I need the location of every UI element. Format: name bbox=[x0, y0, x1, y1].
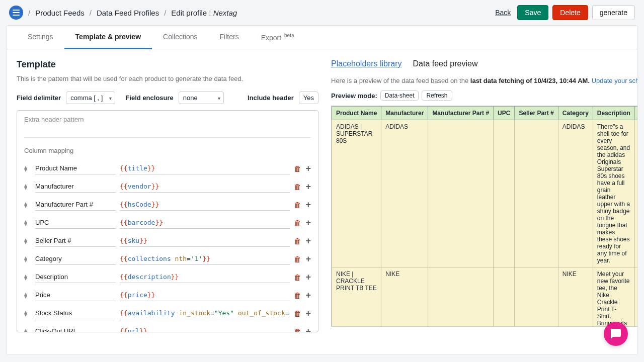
mapping-row: ▴▾Price{{price}}🗑+ bbox=[24, 289, 311, 301]
add-row-icon[interactable]: + bbox=[305, 290, 311, 301]
mapping-value-input[interactable]: {{hsCode}} bbox=[120, 199, 290, 211]
delete-row-icon[interactable]: 🗑 bbox=[294, 309, 301, 318]
tab-filters[interactable]: Filters bbox=[209, 26, 250, 49]
mapping-value-input[interactable]: {{collections nth='1'}} bbox=[120, 253, 290, 265]
field-delimiter-label: Field delimiter bbox=[17, 94, 61, 102]
table-cell: NIKE bbox=[381, 267, 428, 327]
delete-row-icon[interactable]: 🗑 bbox=[294, 237, 301, 245]
breadcrumb-sep: / bbox=[164, 9, 166, 17]
breadcrumb-sep: / bbox=[90, 9, 92, 17]
mapping-value-input[interactable]: {{sku}} bbox=[120, 235, 290, 247]
menu-button[interactable] bbox=[9, 6, 23, 20]
back-link[interactable]: Back bbox=[495, 9, 511, 17]
tab-export[interactable]: Export beta bbox=[250, 26, 305, 49]
mapping-name-input[interactable]: Product Name bbox=[35, 162, 116, 174]
table-header: UPC bbox=[494, 107, 515, 120]
drag-handle-icon[interactable]: ▴▾ bbox=[24, 202, 31, 208]
table-row: NIKE | CRACKLE PRINT TB TEENIKENIKEMeet … bbox=[332, 267, 638, 327]
mapping-name-input[interactable]: Manufacturer Part # bbox=[35, 199, 116, 211]
extra-header-input[interactable]: Extra header pattern bbox=[24, 116, 311, 138]
include-header-label: Include header bbox=[248, 94, 294, 102]
update-schedule-link[interactable]: Update your schedule settings bbox=[592, 77, 638, 84]
drag-handle-icon[interactable]: ▴▾ bbox=[24, 238, 31, 244]
table-cell: 170.00 bbox=[634, 120, 638, 267]
add-row-icon[interactable]: + bbox=[305, 272, 311, 283]
add-row-icon[interactable]: + bbox=[305, 163, 311, 174]
refresh-button[interactable]: Refresh bbox=[422, 90, 452, 101]
field-delimiter-select[interactable]: comma [ , ] bbox=[66, 92, 115, 104]
drag-handle-icon[interactable]: ▴▾ bbox=[24, 328, 31, 332]
table-cell: NIKE bbox=[558, 267, 593, 327]
tab-template-preview[interactable]: Template & preview bbox=[64, 26, 152, 49]
drag-handle-icon[interactable]: ▴▾ bbox=[24, 184, 31, 190]
preview-mode-label: Preview mode: bbox=[331, 92, 377, 100]
table-header: Manufacturer Part # bbox=[428, 107, 494, 120]
delete-row-icon[interactable]: 🗑 bbox=[294, 255, 301, 263]
field-enclosure-select[interactable]: none bbox=[179, 92, 224, 104]
save-button[interactable]: Save bbox=[517, 5, 548, 20]
delete-row-icon[interactable]: 🗑 bbox=[294, 273, 301, 282]
mapping-row: ▴▾Manufacturer Part #{{hsCode}}🗑+ bbox=[24, 199, 311, 211]
table-header: Manufacturer bbox=[381, 107, 428, 120]
generate-button[interactable]: generate bbox=[592, 5, 635, 20]
mapping-row: ▴▾Description{{description}}🗑+ bbox=[24, 271, 311, 283]
mapping-row: ▴▾Category{{collections nth='1'}}🗑+ bbox=[24, 253, 311, 265]
mapping-row: ▴▾Seller Part #{{sku}}🗑+ bbox=[24, 235, 311, 247]
breadcrumb-sep: / bbox=[28, 9, 30, 17]
mapping-name-input[interactable]: Click-Out URL bbox=[35, 325, 116, 332]
add-row-icon[interactable]: + bbox=[305, 326, 311, 333]
drag-handle-icon[interactable]: ▴▾ bbox=[24, 274, 31, 280]
delete-row-icon[interactable]: 🗑 bbox=[294, 183, 301, 191]
drag-handle-icon[interactable]: ▴▾ bbox=[24, 256, 31, 262]
mapping-name-input[interactable]: Seller Part # bbox=[35, 235, 116, 247]
template-desc: This is the pattern that will be used fo… bbox=[17, 75, 318, 82]
drag-handle-icon[interactable]: ▴▾ bbox=[24, 220, 31, 226]
mapping-name-input[interactable]: Price bbox=[35, 289, 116, 301]
delete-row-icon[interactable]: 🗑 bbox=[294, 201, 301, 209]
mapping-value-input[interactable]: {{vendor}} bbox=[120, 180, 290, 193]
delete-row-icon[interactable]: 🗑 bbox=[294, 291, 301, 300]
help-chat-button[interactable] bbox=[604, 322, 628, 346]
mapping-value-input[interactable]: {{title}} bbox=[120, 162, 290, 174]
breadcrumb: / Product Feeds / Data Feed Profiles / E… bbox=[28, 9, 237, 17]
placeholders-library-tab[interactable]: Placeholders library bbox=[331, 59, 402, 68]
delete-row-icon[interactable]: 🗑 bbox=[294, 327, 301, 333]
mapping-value-input[interactable]: {{url}} bbox=[120, 325, 290, 332]
add-row-icon[interactable]: + bbox=[305, 200, 311, 210]
mapping-value-input[interactable]: {{barcode}} bbox=[120, 217, 290, 229]
data-feed-preview-tab[interactable]: Data feed preview bbox=[413, 59, 478, 68]
add-row-icon[interactable]: + bbox=[305, 236, 311, 246]
mapping-name-input[interactable]: Description bbox=[35, 271, 116, 283]
tab-collections[interactable]: Collections bbox=[152, 26, 208, 49]
delete-button[interactable]: Delete bbox=[552, 5, 588, 20]
drag-handle-icon[interactable]: ▴▾ bbox=[24, 310, 31, 316]
table-cell bbox=[515, 267, 558, 327]
preview-table-scroll[interactable]: Product NameManufacturerManufacturer Par… bbox=[331, 106, 638, 327]
mapping-value-input[interactable]: {{availability in_stock="Yes" out_of_sto… bbox=[120, 307, 290, 319]
mapping-value-input[interactable]: {{price}} bbox=[120, 289, 290, 301]
mapping-row: ▴▾Manufacturer{{vendor}}🗑+ bbox=[24, 180, 311, 193]
add-row-icon[interactable]: + bbox=[305, 182, 311, 192]
add-row-icon[interactable]: + bbox=[305, 308, 311, 319]
mapping-value-input[interactable]: {{description}} bbox=[120, 271, 290, 283]
delete-row-icon[interactable]: 🗑 bbox=[294, 219, 301, 227]
mapping-name-input[interactable]: Manufacturer bbox=[35, 180, 116, 193]
data-sheet-button[interactable]: Data-sheet bbox=[380, 90, 419, 101]
table-cell: 40.00 bbox=[634, 267, 638, 327]
add-row-icon[interactable]: + bbox=[305, 254, 311, 264]
tab-settings[interactable]: Settings bbox=[17, 26, 64, 49]
template-title: Template bbox=[17, 59, 318, 70]
table-header: Category bbox=[558, 107, 593, 120]
drag-handle-icon[interactable]: ▴▾ bbox=[24, 165, 31, 171]
mapping-name-input[interactable]: Stock Status bbox=[35, 307, 116, 319]
add-row-icon[interactable]: + bbox=[305, 218, 311, 228]
table-cell: ADIDAS | SUPERSTAR 80S bbox=[332, 120, 381, 267]
mapping-name-input[interactable]: Category bbox=[35, 253, 116, 265]
delete-row-icon[interactable]: 🗑 bbox=[294, 164, 301, 173]
include-header-toggle[interactable]: Yes bbox=[299, 92, 318, 104]
breadcrumb-item-2[interactable]: Data Feed Profiles bbox=[97, 9, 159, 17]
drag-handle-icon[interactable]: ▴▾ bbox=[24, 292, 31, 298]
mapping-name-input[interactable]: UPC bbox=[35, 217, 116, 229]
breadcrumb-item-1[interactable]: Product Feeds bbox=[35, 9, 85, 17]
table-cell: Meet your new favorite tee, the Nike Cra… bbox=[593, 267, 634, 327]
